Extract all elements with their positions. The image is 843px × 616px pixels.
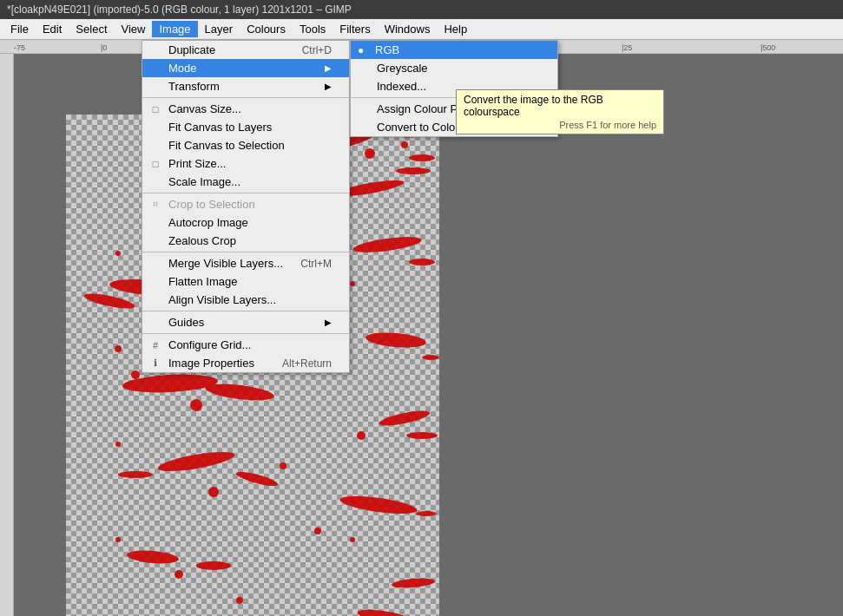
separator-4 [142, 311, 349, 311]
svg-point-49 [115, 251, 121, 256]
menu-item-zealous-crop[interactable]: Zealous Crop [142, 232, 349, 250]
svg-point-44 [339, 493, 418, 517]
menu-item-rgb[interactable]: ● RGB [351, 41, 557, 59]
svg-point-30 [156, 448, 235, 475]
svg-point-11 [365, 148, 375, 159]
separator-5 [142, 333, 349, 334]
svg-point-54 [357, 431, 366, 440]
menu-colours[interactable]: Colours [240, 21, 293, 37]
svg-point-40 [365, 331, 426, 350]
svg-point-39 [409, 259, 435, 265]
menu-item-print-size[interactable]: □ Print Size... [142, 154, 349, 173]
menu-item-merge-visible[interactable]: Merge Visible Layers... Ctrl+M [142, 254, 349, 272]
ruler-left [0, 54, 14, 616]
svg-point-37 [175, 570, 183, 579]
menu-filters[interactable]: Filters [333, 21, 377, 37]
rgb-check: ● [358, 44, 364, 56]
image-menu: Duplicate Ctrl+D Mode ▶ Transform ▶ □ Ca… [142, 40, 350, 373]
svg-point-19 [396, 167, 431, 174]
svg-text:-75: -75 [14, 43, 25, 52]
grid-icon: # [148, 340, 163, 351]
menu-item-fit-canvas-selection[interactable]: Fit Canvas to Selection [142, 136, 349, 154]
menu-item-canvas-size[interactable]: □ Canvas Size... [142, 100, 349, 118]
properties-icon: ℹ [148, 357, 163, 369]
menu-windows[interactable]: Windows [378, 21, 438, 37]
tooltip: Convert the image to the RGB colourspace… [456, 89, 664, 134]
svg-text:|500: |500 [761, 43, 775, 52]
svg-point-59 [350, 537, 355, 542]
canvas-area [14, 54, 843, 616]
menu-tools[interactable]: Tools [293, 21, 333, 37]
svg-point-55 [115, 442, 121, 447]
menu-layer[interactable]: Layer [198, 21, 240, 37]
separator-3 [142, 252, 349, 252]
menu-edit[interactable]: Edit [36, 21, 69, 37]
svg-point-12 [401, 141, 408, 148]
svg-point-46 [392, 577, 436, 589]
tooltip-help: Press F1 for more help [464, 120, 656, 130]
svg-point-57 [115, 537, 121, 542]
svg-point-29 [131, 370, 140, 379]
svg-point-43 [406, 432, 438, 439]
menu-item-autocrop[interactable]: Autocrop Image [142, 213, 349, 232]
guides-arrow: ▶ [325, 318, 332, 327]
menu-item-scale-image[interactable]: Scale Image... [142, 173, 349, 191]
menu-select[interactable]: Select [69, 21, 114, 37]
svg-point-47 [356, 606, 418, 616]
menu-item-transform[interactable]: Transform ▶ [142, 77, 349, 95]
tooltip-text: Convert the image to the RGB colourspace [464, 94, 656, 118]
svg-point-28 [190, 399, 202, 411]
svg-point-45 [416, 511, 437, 516]
svg-point-25 [82, 291, 135, 311]
menu-file[interactable]: File [3, 21, 36, 37]
mode-arrow: ▶ [325, 63, 332, 73]
svg-text:|0: |0 [101, 43, 107, 52]
svg-point-38 [352, 234, 422, 256]
svg-point-42 [378, 408, 431, 429]
svg-point-33 [208, 487, 219, 497]
menu-item-guides[interactable]: Guides ▶ [142, 313, 349, 331]
menu-item-align-visible[interactable]: Align Visible Layers... [142, 291, 349, 309]
title-bar: *[cloakpN49E021] (imported)-5.0 (RGB col… [0, 0, 843, 19]
svg-point-31 [235, 469, 280, 489]
svg-point-41 [422, 355, 439, 360]
svg-point-36 [196, 561, 231, 570]
menu-view[interactable]: View [115, 21, 153, 37]
menu-bar: File Edit Select View Image Layer Colour… [0, 19, 843, 40]
svg-point-35 [127, 548, 180, 565]
svg-point-52 [115, 345, 122, 352]
crop-icon: ⌗ [148, 199, 163, 210]
menu-item-configure-grid[interactable]: # Configure Grid... [142, 336, 349, 354]
svg-point-51 [350, 281, 355, 286]
separator-2 [142, 193, 349, 193]
svg-point-27 [204, 381, 274, 403]
print-size-icon: □ [148, 159, 163, 169]
svg-point-56 [314, 528, 321, 534]
svg-point-10 [409, 154, 435, 161]
menu-item-flatten-image[interactable]: Flatten Image [142, 272, 349, 291]
canvas-size-icon: □ [148, 104, 163, 115]
menu-image[interactable]: Image [152, 21, 197, 37]
menu-item-mode[interactable]: Mode ▶ [142, 59, 349, 77]
svg-point-58 [236, 597, 243, 604]
separator-1 [142, 97, 349, 98]
menu-item-crop-to-selection[interactable]: ⌗ Crop to Selection [142, 195, 349, 213]
menu-item-fit-canvas-layers[interactable]: Fit Canvas to Layers [142, 118, 349, 136]
menu-item-duplicate[interactable]: Duplicate Ctrl+D [142, 41, 349, 59]
svg-point-34 [280, 462, 286, 469]
title-text: *[cloakpN49E021] (imported)-5.0 (RGB col… [7, 3, 352, 16]
menu-help[interactable]: Help [437, 21, 474, 37]
transform-arrow: ▶ [325, 82, 332, 91]
menu-item-image-properties[interactable]: ℹ Image Properties Alt+Return [142, 354, 349, 372]
menu-item-greyscale[interactable]: Greyscale [351, 59, 557, 77]
svg-point-32 [118, 471, 153, 478]
svg-text:|25: |25 [622, 43, 632, 52]
